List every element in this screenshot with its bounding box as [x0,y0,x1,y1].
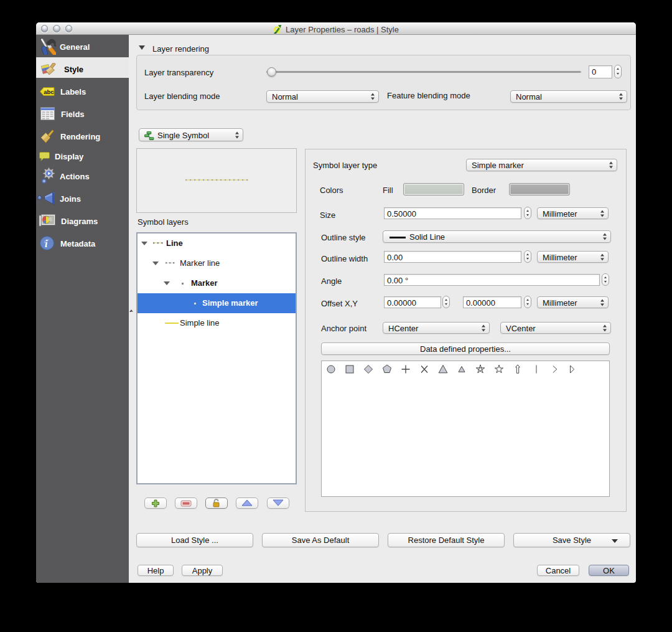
svg-text:i: i [45,238,48,249]
svg-text:abc: abc [44,88,54,95]
